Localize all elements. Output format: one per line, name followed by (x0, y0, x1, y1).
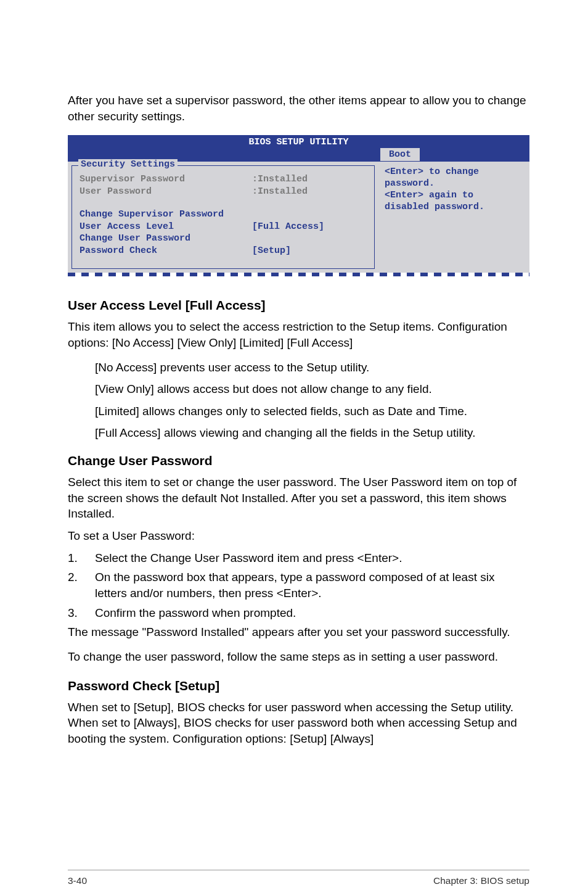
help-line-4: disabled password. (385, 202, 521, 213)
step-2: On the password box that appears, type a… (68, 569, 529, 601)
user-password-label: User Password (80, 186, 252, 198)
bios-torn-edge (68, 273, 529, 276)
user-access-level-desc: This item allows you to select the acces… (68, 319, 529, 350)
help-line-3: <Enter> again to (385, 190, 521, 202)
no-access-option: [No Access] prevents user access to the … (95, 360, 529, 376)
supervisor-password-label: Supervisor Password (80, 173, 252, 186)
bios-main-panel: Security Settings Supervisor Password :I… (71, 165, 375, 269)
bios-help-panel: <Enter> to change password. <Enter> agai… (378, 162, 529, 273)
change-user-password-item: Change User Password (80, 233, 252, 245)
bios-tab-boot: Boot (380, 148, 420, 161)
change-user-password-heading: Change User Password (68, 453, 529, 468)
password-installed-message: The message "Password Installed" appears… (68, 624, 529, 640)
password-check-desc: When set to [Setup], BIOS checks for use… (68, 699, 529, 747)
page-footer: 3-40 Chapter 3: BIOS setup (68, 870, 529, 886)
set-password-steps: Select the Change User Password item and… (68, 550, 529, 621)
page-number: 3-40 (68, 875, 87, 886)
full-access-option: [Full Access] allows viewing and changin… (95, 425, 529, 441)
bios-screenshot: BIOS SETUP UTILITY Boot Security Setting… (68, 135, 529, 276)
password-check-heading: Password Check [Setup] (68, 679, 529, 693)
limited-option: [Limited] allows changes only to selecte… (95, 403, 529, 419)
to-change-user-password: To change the user password, follow the … (68, 649, 529, 665)
bios-section-title: Security Settings (78, 159, 178, 170)
user-access-level-label: User Access Level (80, 221, 252, 233)
password-check-label: Password Check (80, 245, 252, 257)
supervisor-password-value: :Installed (252, 173, 367, 186)
step-1: Select the Change User Password item and… (68, 550, 529, 566)
user-access-level-value: [Full Access] (252, 221, 367, 233)
change-supervisor-password-item: Change Supervisor Password (80, 208, 252, 221)
help-line-2: password. (385, 178, 521, 190)
view-only-option: [View Only] allows access but does not a… (95, 381, 529, 397)
bios-title-bar: BIOS SETUP UTILITY (68, 135, 529, 148)
user-access-level-heading: User Access Level [Full Access] (68, 298, 529, 313)
to-set-user-password: To set a User Password: (68, 528, 529, 544)
chapter-label: Chapter 3: BIOS setup (433, 875, 529, 886)
user-password-value: :Installed (252, 186, 367, 198)
help-line-1: <Enter> to change (385, 167, 521, 178)
password-check-value: [Setup] (252, 245, 367, 257)
intro-paragraph: After you have set a supervisor password… (68, 93, 529, 124)
change-user-password-desc: Select this item to set or change the us… (68, 474, 529, 522)
step-3: Confirm the password when prompted. (68, 605, 529, 621)
